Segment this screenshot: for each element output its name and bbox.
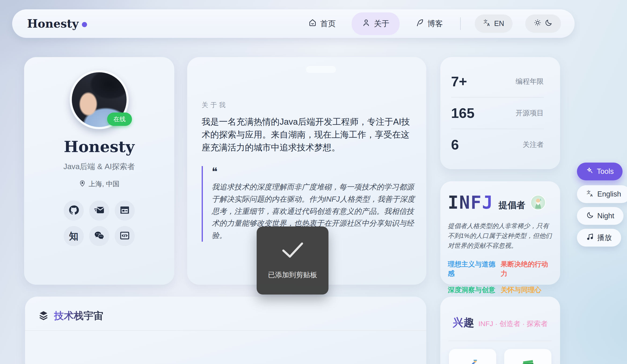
stat-row-years: 7+ 编程年限 [451,66,544,97]
stat-row-followers: 6 关注者 [451,129,544,160]
newspaper-icon [119,205,130,216]
theme-toggle[interactable] [525,14,561,33]
stat-value: 7+ [451,73,467,90]
personality-card: INFJ 提倡者 提倡者人格类型的人非常稀少，只有不到1%的人口属于这种类型，但… [440,181,560,285]
nav-item-home[interactable]: 首页 [305,12,339,35]
about-heading: 关于我 [202,101,228,109]
language-label: EN [494,19,504,28]
trait-label: 关怀与同理心 [501,285,552,295]
navbar: Honesty 首页 关于 博客 文A EN [12,9,575,38]
cyclist-icon [464,358,481,364]
personality-role: 提倡者 [499,199,525,211]
trait-label: 果断决绝的行动力 [501,260,552,278]
interests-card: 兴趣 INFJ · 创造者 · 探索者 [440,297,560,364]
nav-item-blog[interactable]: 博客 [412,12,446,35]
play-music-button[interactable]: 播放 [577,229,621,247]
night-mode-button[interactable]: Night [577,207,624,225]
tech-stack-title: 技术栈宇宙 [54,309,103,322]
advocate-mascot-icon [530,195,546,210]
location-text: 上海, 中国 [88,179,119,189]
interests-header: 兴趣 INFJ · 创造者 · 探索者 [440,315,560,330]
play-music-label: 播放 [597,233,612,243]
mail-send-icon [94,205,104,216]
tech-stack-header: 技术栈宇宙 [25,297,426,322]
personality-traits: 理想主义与道德感 果断决绝的行动力 深度洞察与创意 关怀与同理心 [448,260,552,295]
stats-card: 7+ 编程年限 165 开源项目 6 关注者 [440,57,560,169]
books-icon [519,358,537,364]
home-icon [308,18,317,29]
interest-tiles [440,349,560,364]
profile-location: 上海, 中国 [24,179,174,189]
language-switch-button[interactable]: 文A English [577,185,627,203]
location-pin-icon [79,180,86,189]
nav-item-label: 博客 [427,18,443,29]
interests-title: 兴趣 [453,315,474,330]
about-paragraph: 我是一名充满热情的Java后端开发工程师，专注于AI技术的探索与应用。来自湖南，… [202,115,415,154]
stat-row-projects: 165 开源项目 [451,98,544,129]
moon-icon [586,211,594,221]
nav-divider [460,17,461,30]
profile-name: Honesty [24,138,174,156]
code-link[interactable] [115,226,135,246]
music-icon [586,233,594,243]
stat-label: 关注者 [523,140,544,150]
zhihu-link[interactable]: 知 [64,226,84,246]
tech-stack-card: 技术栈宇宙 Spring Security MyBatis Hexo Postg… [25,297,426,364]
stat-label: 编程年限 [516,77,544,86]
layers-icon [38,310,49,322]
tech-word-cloud: Spring Security MyBatis Hexo Postgresql … [25,331,426,364]
nav-menu: 首页 关于 博客 文A EN [305,12,561,35]
wand-icon [586,167,594,176]
social-links: 知 [24,201,174,246]
logo[interactable]: Honesty [27,17,87,30]
wechat-link[interactable] [89,226,109,246]
logo-text: Honesty [27,17,79,30]
interest-tile-reading[interactable] [504,349,551,364]
card-highlight [306,66,336,73]
night-mode-label: Night [597,212,614,220]
tools-label: Tools [597,167,614,176]
svg-text:A: A [590,193,593,197]
interest-tile-cycling[interactable] [449,349,496,364]
language-toggle[interactable]: 文A EN [475,14,513,33]
translate-icon: 文A [483,19,491,29]
nav-item-about[interactable]: 关于 [352,12,400,35]
feather-icon [416,18,424,29]
language-switch-label: English [597,190,621,198]
translate-icon: 文A [586,190,594,199]
stat-label: 开源项目 [516,108,544,118]
nav-item-label: 首页 [320,18,336,29]
personality-description: 提倡者人格类型的人非常稀少，只有不到1%的人口属于这种类型，但他们对世界的贡献不… [448,221,554,251]
clipboard-toast: 已添加到剪贴板 [257,226,328,295]
logo-dot-icon [82,22,87,27]
trait-label: 理想主义与道德感 [448,260,501,278]
code-icon [119,230,130,242]
trait-label: 深度洞察与创意 [448,285,501,295]
tools-button[interactable]: Tools [577,162,623,180]
sun-icon [534,19,542,29]
moon-icon [545,19,553,29]
email-link[interactable] [89,201,109,221]
profile-card: 在线 Honesty Java后端 & AI探索者 上海, 中国 知 [24,57,174,285]
check-icon [280,241,305,260]
blog-link[interactable] [115,201,135,221]
stat-value: 165 [451,105,474,121]
personality-header: INFJ 提倡者 [448,192,552,213]
divider [449,341,552,341]
user-icon [362,18,370,29]
status-badge: 在线 [107,112,132,126]
profile-title: Java后端 & AI探索者 [24,161,174,172]
nav-item-label: 关于 [374,18,389,29]
svg-text:A: A [487,23,490,27]
interests-subtitle: INFJ · 创造者 · 探索者 [478,319,548,329]
wechat-icon [94,230,104,242]
quote-mark-icon: ❝ [212,166,415,177]
zhihu-icon: 知 [69,230,78,243]
stat-value: 6 [451,137,459,153]
toast-message: 已添加到剪贴板 [268,270,317,280]
personality-type: INFJ [448,192,493,213]
github-icon [68,205,79,216]
github-link[interactable] [64,201,84,221]
